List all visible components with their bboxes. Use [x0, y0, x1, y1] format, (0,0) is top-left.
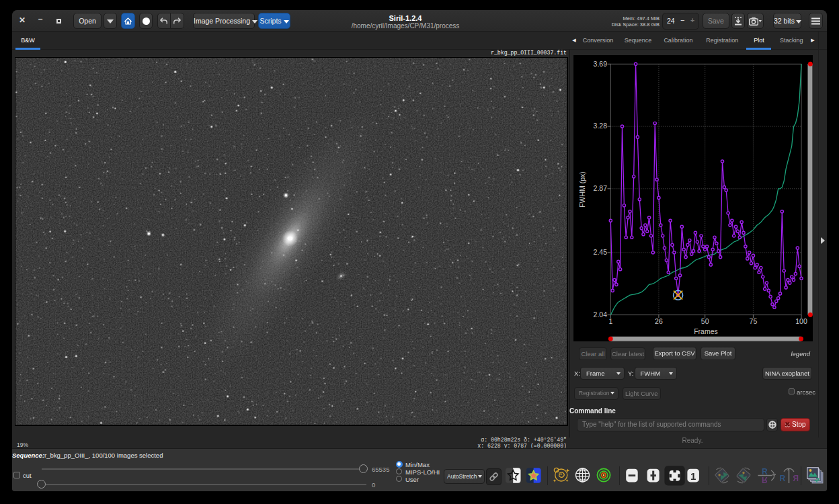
svg-text:26: 26 [655, 317, 663, 325]
svg-text:FWHM (px): FWHM (px) [578, 171, 586, 208]
svg-text:Frames: Frames [694, 327, 718, 335]
svg-text:R: R [762, 475, 768, 485]
svg-text:50: 50 [701, 317, 709, 325]
svg-text:1: 1 [690, 470, 696, 481]
svg-text:3.28: 3.28 [594, 122, 608, 130]
svg-text:R: R [780, 474, 786, 483]
svg-text:3.69: 3.69 [594, 60, 608, 68]
svg-text:2.87: 2.87 [594, 184, 608, 192]
svg-text:75: 75 [750, 317, 758, 325]
svg-text:2.45: 2.45 [594, 248, 608, 256]
svg-text:R: R [762, 467, 768, 476]
svg-text:1: 1 [608, 317, 612, 325]
svg-text:R: R [793, 474, 799, 483]
svg-text:100: 100 [795, 317, 807, 325]
svg-text:2.04: 2.04 [594, 310, 608, 319]
